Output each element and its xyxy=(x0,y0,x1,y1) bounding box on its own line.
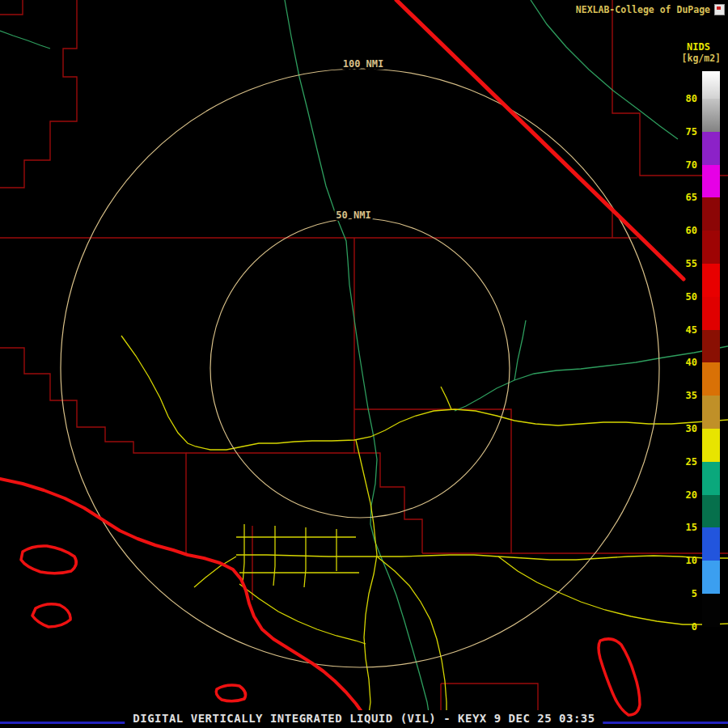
range-ring-label-100nmi: 100 NMI xyxy=(343,58,384,70)
range-ring-100nmi xyxy=(61,69,659,667)
colorbar-tick-label: 55 xyxy=(676,257,697,270)
island-outline xyxy=(21,546,76,574)
colorbar-bands xyxy=(702,71,720,639)
site-title: NEXLAB-College of DuPage xyxy=(576,4,710,15)
colorbar-band xyxy=(702,264,720,297)
colorbar-band xyxy=(702,132,720,165)
island-outline xyxy=(216,685,245,701)
colorbar-tick-label: 0 xyxy=(676,620,697,633)
colorbar-band xyxy=(702,99,720,132)
colorbar-band xyxy=(702,71,720,99)
colorbar-tick-label: 30 xyxy=(676,422,697,435)
colorbar-tick-label: 70 xyxy=(676,159,697,171)
range-ring-labels: 100 NMI 50 NMI xyxy=(336,58,383,221)
colorbar-band xyxy=(702,330,720,363)
colorbar-tick-label: 75 xyxy=(676,125,697,138)
colorbar-tick-label: 35 xyxy=(676,389,697,402)
cod-logo-icon xyxy=(714,4,725,15)
colorbar-band xyxy=(702,165,720,198)
colorbar-tick-label: 20 xyxy=(676,489,697,502)
colorbar-band xyxy=(702,231,720,264)
colorbar-tick-label: 50 xyxy=(676,290,697,303)
colorbar-tick-label: 25 xyxy=(676,455,697,468)
colorbar-band xyxy=(702,527,720,561)
colorbar-band xyxy=(702,594,720,627)
colorbar-band xyxy=(702,627,720,639)
colorbar-band xyxy=(702,362,720,396)
colorbar-title: NIDS xyxy=(687,41,710,53)
colorbar-band xyxy=(702,197,720,231)
colorbar-band xyxy=(702,429,720,462)
product-caption: DIGITAL VERTICALLY INTEGRATED LIQUID (VI… xyxy=(125,710,603,728)
colorbar-band xyxy=(702,495,720,528)
colorbar-tick-label: 10 xyxy=(676,554,697,567)
range-ring-label-50nmi: 50 NMI xyxy=(336,210,370,221)
colorbar-tick-label: 5 xyxy=(676,587,697,600)
header: NEXLAB-College of DuPage xyxy=(576,4,725,15)
colorbar-units: [kg/m2] xyxy=(682,53,721,64)
state-border-line xyxy=(396,0,684,279)
colorbar-tick-label: 45 xyxy=(676,324,697,336)
colorbar-band xyxy=(702,462,720,495)
river-lines xyxy=(0,0,728,728)
colorbar-tick-label: 15 xyxy=(676,521,697,534)
colorbar-tick-label: 65 xyxy=(676,191,697,204)
colorbar-band xyxy=(702,297,720,330)
colorbar xyxy=(702,71,720,639)
coast-and-state-lines xyxy=(0,0,684,728)
range-rings xyxy=(61,69,659,667)
colorbar-tick-label: 40 xyxy=(676,356,697,369)
radar-map: 100 NMI 50 NMI xyxy=(0,0,728,728)
colorbar-tick-label: 60 xyxy=(676,224,697,237)
range-ring-50nmi xyxy=(210,218,510,518)
island-outline xyxy=(32,604,70,627)
colorbar-band xyxy=(702,396,720,429)
radar-display: 100 NMI 50 NMI NEXLAB-College of DuPage … xyxy=(0,0,728,728)
colorbar-tick-label: 80 xyxy=(676,92,697,105)
lake-outline xyxy=(599,639,640,715)
colorbar-band xyxy=(702,561,720,594)
